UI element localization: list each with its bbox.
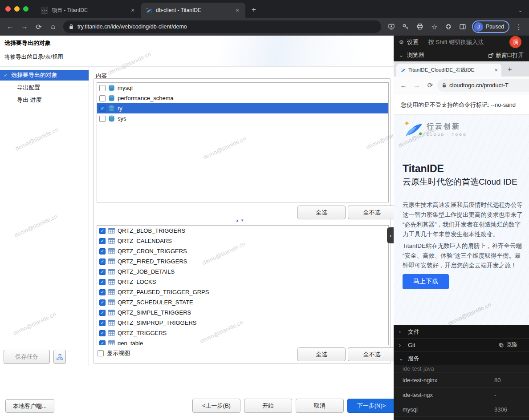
select-all-databases-button[interactable]: 全选 [297,206,346,219]
checkbox[interactable] [99,95,106,101]
settings-row[interactable]: ⚙ 设置 按 Shift 键切换输入法 [394,36,529,49]
checkbox[interactable] [99,289,106,295]
table-row[interactable]: QRTZ_PAUSED_TRIGGER_GRPS [97,287,388,297]
select-none-tables-button[interactable]: 全不选 [348,347,394,361]
open-new-window-button[interactable]: 新窗口打开 [488,52,524,59]
checkbox[interactable] [99,248,106,254]
preview-address-bar[interactable]: cloudtogo.cn/product-T [437,79,529,92]
close-icon[interactable]: × [494,67,498,73]
tab-title: 项目 - TitanIDE [52,7,126,14]
checkbox[interactable] [99,299,106,306]
start-button[interactable]: 开始 [244,399,292,413]
checkbox[interactable] [99,269,106,275]
service-row[interactable]: ide-test-nginx 80 [394,373,529,388]
section-git[interactable]: › Git 克隆 [394,338,529,351]
table-icon [108,269,115,275]
cancel-button[interactable]: 取消 [296,399,344,413]
checkbox[interactable] [99,105,106,112]
print-icon[interactable] [413,20,427,33]
table-name: QRTZ_PAUSED_TRIGGER_GRPS [118,289,209,295]
close-icon[interactable]: × [129,7,136,14]
task-variables-button[interactable] [53,350,66,364]
panel-expander-handle[interactable]: › [387,227,394,243]
forward-icon[interactable]: → [411,79,423,92]
table-row[interactable]: QRTZ_SCHEDULER_STATE [97,297,388,307]
maximize-window-button[interactable] [23,6,28,12]
section-services[interactable]: ⌄ 服务 [394,351,529,365]
splitter-handle[interactable]: ▲ ▼ [236,218,244,222]
install-app-icon[interactable] [385,20,398,33]
table-row[interactable]: QRTZ_JOB_DETAILS [97,267,388,277]
service-row[interactable]: ide-test-ngx - [394,388,529,402]
table-row[interactable]: QRTZ_BLOB_TRIGGERS [97,226,388,236]
checkbox[interactable] [99,279,106,285]
previous-step-button[interactable]: <上一步(B) [192,399,240,413]
back-icon[interactable]: ← [4,20,17,33]
table-row[interactable]: QRTZ_TRIGGERS [97,328,388,338]
database-row[interactable]: mysql [97,83,388,93]
show-views-option[interactable]: 显示视图 [98,349,130,357]
next-step-button[interactable]: 下一步(N)> [347,399,394,413]
select-all-tables-button[interactable]: 全选 [297,347,346,361]
checkbox[interactable] [99,330,106,336]
service-row[interactable]: ide-test-java - [394,365,529,373]
table-row[interactable]: QRTZ_SIMPROP_TRIGGERS [97,318,388,328]
service-row[interactable]: mysql 3306 [394,402,529,417]
back-icon[interactable]: ← [397,79,410,92]
browser-section-row[interactable]: ⌄ 浏览器 新窗口打开 [394,49,529,61]
bookmark-star-icon[interactable]: ☆ [427,20,441,33]
database-row[interactable]: sys [97,113,388,124]
tab-db-client[interactable]: db-client - TitanIDE × [141,3,245,18]
clone-button[interactable]: 克隆 [499,341,524,349]
address-bar[interactable]: try.titanide.cn/ide/web/coding/db-client… [63,20,381,33]
new-tab-button[interactable]: + [248,4,260,16]
section-label: 服务 [408,355,419,363]
close-icon[interactable]: × [234,7,241,14]
checkbox[interactable] [99,85,106,91]
table-icon [108,340,115,345]
home-icon[interactable]: ⌂ [46,20,60,33]
minimize-window-button[interactable] [14,6,20,12]
preview-tab[interactable]: TitanIDE_CloudIDE_在线IDE × [396,64,501,77]
checkbox[interactable] [99,228,106,234]
reload-icon[interactable]: ⟳ [424,79,436,92]
profile-button[interactable]: J Paused [472,20,509,33]
download-button[interactable]: 马上下载 [403,274,449,289]
close-window-button[interactable] [5,6,11,12]
forward-icon[interactable]: → [18,20,31,33]
table-row[interactable]: QRTZ_CALENDARS [97,236,388,246]
preview-new-tab-button[interactable]: + [504,64,516,75]
checkbox[interactable] [99,340,106,346]
tab-search-chevron-icon[interactable]: ⌄ [518,7,523,13]
table-row[interactable]: QRTZ_FIRED_TRIGGERS [97,256,388,267]
checkbox[interactable] [99,258,106,265]
key-icon[interactable] [399,20,412,33]
step-export-progress[interactable]: 导出 进度 [0,95,89,105]
menu-icon[interactable]: ⋮ [512,20,525,33]
reload-icon[interactable]: ⟳ [32,20,45,33]
section-files[interactable]: › 文件 [394,325,529,338]
database-row[interactable]: performance_schema [97,93,388,103]
table-row[interactable]: QRTZ_LOCKS [97,277,388,287]
footer-divider [0,366,394,366]
extensions-icon[interactable] [442,20,455,33]
checkbox[interactable] [99,310,106,316]
side-panel-icon[interactable] [456,20,469,33]
database-name: sys [118,115,126,122]
splitter-down-icon[interactable]: ▼ [240,218,244,222]
checkbox[interactable] [99,320,106,326]
tab-project[interactable]: </> 项目 - TitanIDE × [37,3,141,18]
table-row[interactable]: gen_table [97,338,388,345]
show-views-checkbox[interactable] [98,350,104,356]
table-row[interactable]: QRTZ_SIMPLE_TRIGGERS [97,307,388,318]
database-row[interactable]: ry [97,103,388,113]
select-none-databases-button[interactable]: 全不选 [348,206,394,219]
checkbox[interactable] [99,238,106,244]
step-select-objects[interactable]: ✓ 选择要导出的对象 [0,70,89,81]
splitter-up-icon[interactable]: ▲ [236,218,239,222]
save-task-button[interactable]: 保存任务 [4,350,50,364]
table-row[interactable]: QRTZ_CRON_TRIGGERS [97,246,388,256]
local-client-button[interactable]: 本地客户端... [5,399,54,413]
checkbox[interactable] [99,116,106,122]
step-export-config[interactable]: 导出配置 [0,82,89,93]
